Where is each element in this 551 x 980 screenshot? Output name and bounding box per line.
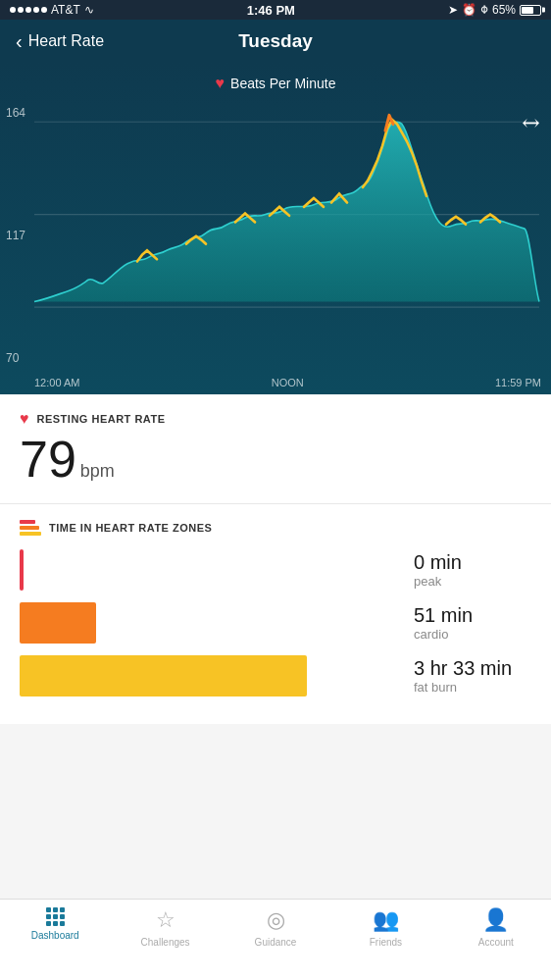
- back-button[interactable]: ‹ Heart Rate: [16, 30, 104, 53]
- zones-icon: [20, 520, 41, 536]
- account-icon: 👤: [482, 907, 509, 933]
- resting-heart-rate-section: ♥ RESTING HEART RATE 79bpm: [0, 394, 551, 504]
- status-left: AT&T ∿: [10, 3, 94, 17]
- zone-row-fatburn: 3 hr 33 min fat burn: [20, 655, 531, 696]
- tab-guidance[interactable]: ◎ Guidance: [221, 907, 330, 948]
- resting-heart-icon: ♥: [20, 410, 29, 428]
- zone-info-cardio: 51 min cardio: [414, 604, 531, 642]
- zone-bar-fatburn: [20, 655, 307, 696]
- status-time: 1:46 PM: [247, 3, 295, 18]
- page-title: Tuesday: [238, 30, 313, 52]
- tab-label-challenges: Challenges: [141, 937, 190, 948]
- tab-challenges[interactable]: ☆ Challenges: [110, 907, 220, 948]
- tab-dashboard[interactable]: Dashboard: [0, 907, 110, 941]
- tab-bar: Dashboard ☆ Challenges ◎ Guidance 👥 Frie…: [0, 899, 551, 980]
- legend-heart-icon: ♥: [216, 75, 225, 92]
- tab-friends[interactable]: 👥 Friends: [330, 907, 440, 948]
- x-axis-labels: 12:00 AM NOON 11:59 PM: [0, 377, 551, 394]
- back-chevron-icon: ‹: [16, 30, 23, 53]
- legend-label: Beats Per Minute: [230, 76, 335, 91]
- x-label-noon: NOON: [272, 377, 304, 388]
- challenges-icon: ☆: [156, 907, 175, 933]
- location-icon: ➤: [448, 3, 458, 17]
- zone-name-cardio: cardio: [414, 627, 531, 642]
- zone-time-cardio: 51 min: [414, 604, 531, 627]
- back-label: Heart Rate: [28, 32, 104, 50]
- heart-rate-chart: 164 117 70: [0, 100, 551, 394]
- resting-bpm-unit: bpm: [80, 461, 115, 481]
- main-content: ♥ RESTING HEART RATE 79bpm TIME IN HEART…: [0, 394, 551, 724]
- battery-icon: [520, 5, 541, 16]
- zones-section-title: TIME IN HEART RATE ZONES: [49, 522, 212, 534]
- zone-name-fatburn: fat burn: [414, 680, 531, 695]
- tab-label-friends: Friends: [370, 937, 402, 948]
- resting-section-label: ♥ RESTING HEART RATE: [20, 410, 531, 428]
- resting-value-row: 79bpm: [20, 432, 531, 488]
- status-bar: AT&T ∿ 1:46 PM ➤ ⏰ 𐌘 65%: [0, 0, 551, 20]
- carrier-label: AT&T: [51, 3, 80, 17]
- header: ‹ Heart Rate Tuesday: [0, 20, 551, 63]
- x-label-end: 11:59 PM: [495, 377, 541, 388]
- guidance-icon: ◎: [267, 907, 285, 933]
- alarm-icon: ⏰: [462, 3, 476, 17]
- zone-bar-container-fatburn: [20, 655, 402, 696]
- friends-icon: 👥: [373, 907, 399, 933]
- resting-section-title: RESTING HEART RATE: [37, 413, 166, 425]
- zone-bar-container-cardio: [20, 602, 402, 644]
- zone-info-fatburn: 3 hr 33 min fat burn: [414, 657, 531, 695]
- zone-row-peak: 0 min peak: [20, 549, 531, 591]
- tab-label-guidance: Guidance: [255, 937, 297, 948]
- chart-svg: [0, 100, 551, 394]
- zone-time-fatburn: 3 hr 33 min: [414, 657, 531, 680]
- zone-bar-cardio: [20, 602, 96, 644]
- wifi-icon: ∿: [84, 3, 94, 17]
- zone-bar-container-peak: [20, 549, 402, 591]
- zone-row-cardio: 51 min cardio: [20, 602, 531, 644]
- signal-dots: [10, 7, 47, 13]
- resting-bpm-value: 79: [20, 431, 76, 488]
- zone-info-peak: 0 min peak: [414, 551, 531, 589]
- tab-label-account: Account: [478, 937, 514, 948]
- zone-name-peak: peak: [414, 574, 531, 589]
- zones-title-row: TIME IN HEART RATE ZONES: [20, 520, 531, 536]
- bluetooth-icon: 𐌘: [480, 3, 488, 17]
- chart-area: ♥ Beats Per Minute 164 117 70: [0, 63, 551, 394]
- tab-account[interactable]: 👤 Account: [441, 907, 551, 948]
- heart-rate-zones-section: TIME IN HEART RATE ZONES 0 min peak 51 m…: [0, 504, 551, 724]
- zone-time-peak: 0 min: [414, 551, 531, 574]
- tab-label-dashboard: Dashboard: [31, 930, 79, 941]
- zone-bar-peak: [20, 549, 24, 591]
- battery-label: 65%: [492, 3, 516, 17]
- x-label-start: 12:00 AM: [34, 377, 79, 388]
- status-right: ➤ ⏰ 𐌘 65%: [448, 3, 541, 17]
- chart-legend: ♥ Beats Per Minute: [0, 75, 551, 92]
- dashboard-icon: [46, 907, 65, 926]
